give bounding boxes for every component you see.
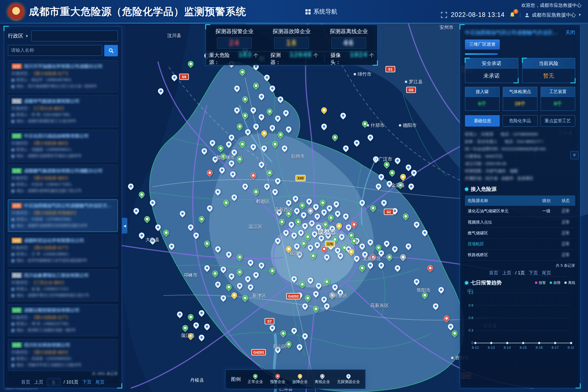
hazard-status: 正常 xyxy=(556,238,575,249)
company-name[interactable]: 成都科宏达化学有限责任公司 xyxy=(24,237,84,244)
legend-item[interactable]: 正常企业 xyxy=(248,374,263,384)
company-name[interactable]: 成都燃气集团股份有限公司储配分公司 xyxy=(24,168,103,174)
hazard-name[interactable]: 燃气储罐区 xyxy=(465,228,537,238)
accent-bar xyxy=(465,53,498,55)
table-row[interactable]: 液化石油气储罐区单元 一级 正常 xyxy=(465,206,575,217)
company-contact: 联系人：周 伟（15882237756） xyxy=(11,321,114,326)
app-header: 成都市重大危险源（危险化学品）监测预警系统 系统导航 欢迎您，成都市应急救援中心… xyxy=(0,0,588,23)
legend-item[interactable]: 预警企业 xyxy=(270,374,285,384)
first-page-button[interactable]: 首页 xyxy=(21,379,30,385)
tab-基础信息[interactable]: 基础信息 xyxy=(465,115,500,127)
legend-item[interactable]: 离线企业 xyxy=(315,374,330,384)
facility-stat-box[interactable]: 工艺装置 8个 xyxy=(541,87,575,111)
table-row[interactable]: 压缩机区 正常 xyxy=(465,238,575,249)
company-list-item[interactable]: 停业 四川金象赛瑞化工股份有限公司 所属类型：【工贸企业-储存】 联系人：赵 磊… xyxy=(8,269,118,301)
detector-stat-value-box[interactable]: 18 xyxy=(274,37,309,49)
hazard-name[interactable]: 液化石油气储罐区单元 xyxy=(465,206,537,217)
person-icon xyxy=(11,79,14,82)
tab-危险化学品[interactable]: 危险化学品 xyxy=(503,115,537,127)
page-number-input[interactable] xyxy=(47,378,60,386)
company-pagination: 首页 上页 / 101页 下页 尾页 xyxy=(8,378,118,386)
sidebar-collapse-button[interactable]: ◀ xyxy=(122,218,127,234)
prev-page-button[interactable]: 上页 xyxy=(502,270,512,276)
detector-stat-value-box[interactable]: 46 xyxy=(331,37,366,49)
company-status-badge: 停业 xyxy=(11,98,22,104)
detector-stat-label: 探测器报警企业 xyxy=(215,28,253,35)
first-page-button[interactable]: 首页 xyxy=(489,270,498,276)
system-nav-button[interactable]: 系统导航 xyxy=(305,0,337,23)
search-input[interactable] xyxy=(8,45,102,56)
company-name[interactable]: 成都华气能源发展有限公司 xyxy=(24,98,79,104)
company-address: 地址：成都市成华区建设北路三段12号 xyxy=(11,188,114,193)
total-stat: 探测器：12648个 xyxy=(267,51,321,66)
company-list-item[interactable]: 在营 中石化四川成品油销售有限公司 所属类型：【重大危险源-储存】 联系人：张建… xyxy=(8,130,118,162)
detector-stat-value: 18 xyxy=(286,38,297,47)
detector-stat-value-box[interactable]: 24 xyxy=(217,37,252,49)
company-name[interactable]: 中石化四川成品油销售有限公司 xyxy=(24,133,89,139)
legend-dot-icon xyxy=(550,281,552,284)
trend-legend-item[interactable]: 故障 xyxy=(550,280,561,285)
facility-stat-label: 气体检测点 xyxy=(503,87,537,97)
hazard-status: 正常 xyxy=(556,249,575,260)
company-address: 地址：新津区工业园区兴园一路6号 xyxy=(11,328,114,333)
expand-info-button[interactable]: ≡ xyxy=(570,151,578,159)
page-total-label: / 101页 xyxy=(64,379,79,385)
trend-legend-item[interactable]: 报警 xyxy=(535,280,546,285)
facility-stat-box[interactable]: 接入罐 6个 xyxy=(465,87,500,111)
table-row[interactable]: 燃气储罐区 正常 xyxy=(465,228,575,238)
company-list-item[interactable]: 临期 成都科宏达化学有限责任公司 所属类型：【重大危险源-生产】 联系人：王 琴… xyxy=(8,234,118,267)
location-pin-icon xyxy=(11,84,15,88)
company-list-item[interactable]: 超期 中石油西南油气田公司成都输气作业区天然气储配站 所属类型：【重大危险源-经… xyxy=(8,200,118,232)
legend-pin-icon xyxy=(297,373,303,379)
fullscreen-icon[interactable] xyxy=(441,12,447,18)
hazard-name[interactable]: 视频接入点位 xyxy=(465,217,537,228)
trend-legend-item[interactable]: 离线 xyxy=(564,280,575,285)
plant-tour-button[interactable]: 三维厂区巡查 xyxy=(465,39,500,50)
search-button[interactable] xyxy=(104,45,118,56)
notification-bell[interactable]: 0 xyxy=(509,11,516,19)
company-list-item[interactable]: 停业 成都华气能源发展有限公司 所属类型：【工贸企业-储存】 联系人：李 明（0… xyxy=(8,95,118,127)
district-filter[interactable]: 行政区 ▼ xyxy=(8,32,29,39)
company-list-item[interactable]: 在营 四川玖长科技有限公司 所属类型：【重大危险源-储存】 联系人：高某某（13… xyxy=(8,339,118,371)
company-list-item[interactable]: 在营 成都燃气集团股份有限公司储配分公司 所属类型：【重大危险源-储存】 联系人… xyxy=(8,165,118,197)
detector-stat: 探测器离线企业 46 xyxy=(320,25,377,51)
svg-text:8-15: 8-15 xyxy=(520,345,527,350)
hazard-level xyxy=(537,217,556,228)
company-type: 所属类型：【重大危险源-经营储存】 xyxy=(11,210,114,216)
close-panel-button[interactable]: 关闭 xyxy=(565,29,575,36)
table-row[interactable]: 铁路栈桥区 正常 xyxy=(465,249,575,260)
hazard-name[interactable]: 压缩机区 xyxy=(465,238,537,249)
company-name[interactable]: 成都云图控股股份有限公司 xyxy=(24,307,79,313)
org-menu[interactable]: 成都市应急救援中心 ▼ xyxy=(525,12,581,18)
company-name[interactable]: 四川玖长科技有限公司 xyxy=(24,342,70,348)
legend-item[interactable]: 故障企业 xyxy=(292,374,308,384)
legend-item[interactable]: 无探测器企业 xyxy=(337,374,360,384)
district-input[interactable] xyxy=(31,30,118,41)
next-page-button[interactable]: 下页 xyxy=(529,270,538,276)
company-address: 地址：成都市新都区新工大道199号 xyxy=(11,119,114,124)
prev-page-button[interactable]: 上页 xyxy=(34,379,44,385)
hazard-level xyxy=(537,249,556,260)
table-row[interactable]: 视频接入点位 正常 xyxy=(465,217,575,228)
tab-重点监管工艺[interactable]: 重点监管工艺 xyxy=(540,115,575,127)
location-pin-icon xyxy=(11,154,15,158)
company-name[interactable]: 四川金象赛瑞化工股份有限公司 xyxy=(24,272,89,278)
legend-label: 无探测器企业 xyxy=(337,379,360,384)
company-name[interactable]: 中石油西南油气田公司成都输气作业区天然气储配站 xyxy=(24,203,114,209)
detector-stats-panel: 探测器报警企业 24探测器故障企业 18探测器离线企业 46 重大危险源：163… xyxy=(206,24,378,65)
last-page-button[interactable]: 尾页 xyxy=(542,270,551,276)
svg-text:8-13: 8-13 xyxy=(488,345,495,350)
company-list-item[interactable]: 在营 成都云图控股股份有限公司 所属类型：【重大危险源-生产】 联系人：周 伟（… xyxy=(8,304,118,336)
info-row: 联系人：刘某某电话：13708000000 xyxy=(465,130,568,138)
hazard-status: 正常 xyxy=(556,217,575,228)
hazard-name[interactable]: 铁路栈桥区 xyxy=(465,249,537,260)
facility-stat-box[interactable]: 气体检测点 19个 xyxy=(503,87,537,111)
commitment-risk-boxes: 安全承诺 未承诺当前风险 暂无 xyxy=(465,58,575,83)
company-list-item[interactable]: 超期 四川天宇油脂化学有限公司成都分公司 所属类型：【重大危险源-生产】 联系人… xyxy=(8,60,118,92)
next-page-button[interactable]: 下页 xyxy=(82,379,91,385)
last-page-button[interactable]: 尾页 xyxy=(95,379,105,385)
company-name[interactable]: 四川天宇油脂化学有限公司成都分公司 xyxy=(24,63,103,69)
legend-label: 正常企业 xyxy=(248,379,263,384)
hazard-record-count: 共 5 条记录 xyxy=(465,263,575,268)
hazard-level xyxy=(537,238,556,249)
